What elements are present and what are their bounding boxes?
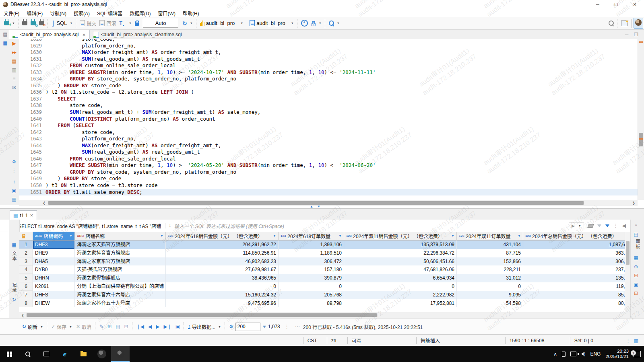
filter-count[interactable]: 1,073: [260, 324, 282, 329]
cell[interactable]: DYB0: [33, 265, 75, 274]
save-button[interactable]: ✓保存▼: [49, 323, 74, 330]
abort-connection-button[interactable]: ✕: [37, 20, 46, 27]
column-menu-icon[interactable]: ▼: [160, 234, 163, 238]
cell[interactable]: 228,211: [457, 265, 523, 274]
row-number[interactable]: 8: [19, 299, 33, 308]
cell[interactable]: 204,391,962.72: [166, 241, 279, 249]
add-row-icon[interactable]: ⊞: [105, 324, 114, 329]
sash-collapse-down-icon[interactable]: ▼: [317, 205, 320, 208]
table-row[interactable]: 3DHA5海澜之家京东官方旗舰店46,902,683.23306,47250,6…: [19, 257, 630, 266]
column-header[interactable]: ABC店铺名称▼: [75, 232, 166, 241]
cell[interactable]: DHEW: [33, 299, 75, 308]
dashboard-button[interactable]: [299, 19, 310, 28]
column-header[interactable]: ABC店铺编码▼: [33, 232, 75, 241]
code-line[interactable]: 1651ORDER BY t1.all_sale_money DESC;: [19, 189, 638, 196]
grid-toggle-icon[interactable]: ▦: [9, 195, 19, 204]
network-icon[interactable]: [570, 352, 576, 356]
transaction-lock-button[interactable]: [133, 19, 140, 27]
delete-row-icon[interactable]: ⊟: [122, 324, 130, 329]
export-script-icon[interactable]: ↑: [9, 177, 19, 186]
row-number[interactable]: 3: [19, 257, 33, 266]
menu-item[interactable]: 编辑(E): [23, 9, 46, 17]
focus-row-icon[interactable]: ▣: [173, 324, 182, 329]
code-line[interactable]: 1637 SELECT: [19, 96, 638, 103]
column-menu-icon[interactable]: ▼: [451, 234, 454, 238]
action-center-icon[interactable]: 1: [634, 351, 641, 357]
usb-icon[interactable]: [562, 352, 566, 357]
code-line[interactable]: 1645 SUM(real_goods_amt) AS real_goods_a…: [19, 149, 638, 156]
row-number[interactable]: 6: [19, 282, 33, 291]
collapse-panel-icon[interactable]: ^: [631, 221, 641, 230]
text-presentation-toggle[interactable]: 文本: [11, 251, 17, 261]
er-diagram-button[interactable]: 品▼: [310, 19, 323, 28]
tab-analysis-cleartime-sql[interactable]: <audit_bi_pro> analysis_cleartime.sql: [90, 30, 186, 39]
commit-button[interactable]: 提交: [78, 19, 98, 28]
code-line[interactable]: 1641 FROM (SELECT: [19, 122, 638, 129]
cell[interactable]: 46,902,683.23: [166, 257, 279, 266]
cell[interactable]: 363,38: [523, 249, 630, 257]
filter-settings-icon[interactable]: [597, 224, 601, 227]
maximize-button[interactable]: ☐: [607, 0, 625, 9]
reconnect-button[interactable]: ↻: [29, 20, 37, 27]
row-number[interactable]: 1: [19, 241, 33, 249]
cell[interactable]: DHF3: [33, 241, 75, 249]
refresh-button[interactable]: ↻刷新▼: [20, 323, 45, 330]
panels-toggle-icon[interactable]: ▤: [631, 230, 641, 239]
templates-icon[interactable]: ▥: [9, 66, 19, 74]
column-menu-icon[interactable]: ▼: [273, 234, 276, 238]
cell[interactable]: 47,681,826.06: [344, 265, 457, 274]
last-row-icon[interactable]: ▶❘: [161, 324, 173, 329]
code-line[interactable]: 1649 ) GROUP BY store_code: [19, 175, 638, 182]
row-number[interactable]: 4: [19, 265, 33, 274]
grid-scroll-left-icon[interactable]: ❮: [21, 313, 25, 317]
menu-item[interactable]: 导航(N): [46, 9, 70, 17]
code-line[interactable]: 1636) t2 ON t1.store_code = t2.store_cod…: [19, 89, 638, 96]
code-line[interactable]: 1628 store_code,: [19, 39, 638, 43]
cell[interactable]: 50,606,451.66: [344, 257, 457, 266]
maximize-view-icon[interactable]: ❒: [634, 32, 638, 37]
statusbar-item[interactable]: 可写: [347, 337, 416, 344]
results-tab-close-icon[interactable]: ✕: [30, 213, 33, 218]
refresh-grid-icon[interactable]: ↻: [9, 295, 19, 304]
auto-commit-combo[interactable]: Auto: [143, 19, 178, 28]
cell[interactable]: 海澜之家京东官方旗舰店: [75, 257, 166, 266]
column-header[interactable]: 1232024年618销售金额（元） （包含运费）▼: [166, 232, 279, 241]
prev-row-icon[interactable]: ◀: [146, 324, 154, 329]
cell[interactable]: 135,95: [523, 274, 630, 282]
code-line[interactable]: 1642 store_code,: [19, 129, 638, 136]
table-row[interactable]: 2DHE9海澜之家抖音官方旗舰店114,850,256.911,189,5102…: [19, 249, 630, 257]
app-button-1[interactable]: [93, 346, 111, 362]
statusbar-item[interactable]: Sel: 0 | 0: [570, 337, 623, 344]
sash-collapse-up-icon[interactable]: ▲: [310, 205, 313, 208]
nav-back-icon[interactable]: ◀: [622, 223, 626, 228]
cell[interactable]: 6,654,934: [344, 274, 457, 282]
cell[interactable]: 205,768: [279, 291, 344, 299]
code-line[interactable]: 1630 MAX(order_freight_amt) AS order_fre…: [19, 49, 638, 56]
cell[interactable]: 0: [344, 282, 457, 291]
cell[interactable]: 237,53: [523, 265, 630, 274]
cell[interactable]: K2061: [33, 282, 75, 291]
edit-cell-icon[interactable]: ✎: [97, 324, 105, 329]
transaction-mode-button[interactable]: T⡀▼: [118, 19, 133, 27]
table-row[interactable]: 7DHFS海澜之家抖音六十六号店15,160,224.32205,7682,22…: [19, 291, 630, 299]
grid-hscrollbar[interactable]: ❮: [19, 312, 630, 318]
cell[interactable]: DHRN: [33, 274, 75, 282]
disconnect-button[interactable]: [21, 20, 29, 27]
code-line[interactable]: 1646 FROM custom_online_sale_order_local: [19, 156, 638, 162]
grid-vscrollbar[interactable]: [625, 232, 630, 312]
cell[interactable]: 152,866: [457, 257, 523, 266]
cell[interactable]: DHE9: [33, 249, 75, 257]
cell[interactable]: 海澜之家抖音六十六号店: [75, 291, 166, 299]
table-row[interactable]: 4DYB0天猫-英氏官方旗舰店27,629,981.67157,18047,68…: [19, 265, 630, 274]
table-row[interactable]: 5DHRN海澜之家得物旗舰店38,436,965390,8796,654,934…: [19, 274, 630, 282]
cell[interactable]: 135,379,513.09: [344, 241, 457, 249]
taskbar-search-button[interactable]: [19, 346, 37, 362]
ie-button[interactable]: e: [56, 346, 74, 362]
first-row-icon[interactable]: ❘◀: [134, 324, 146, 329]
cell[interactable]: DHFS: [33, 291, 75, 299]
search-button[interactable]: ▼: [327, 19, 341, 27]
table-row[interactable]: 6K2061分销【上海白阔供应链有限公司】的店铺0000119,09: [19, 282, 630, 291]
cell[interactable]: 2,222,982: [344, 291, 457, 299]
cell[interactable]: 15,160,224.32: [166, 291, 279, 299]
editor-vscrollbar[interactable]: [638, 39, 644, 200]
